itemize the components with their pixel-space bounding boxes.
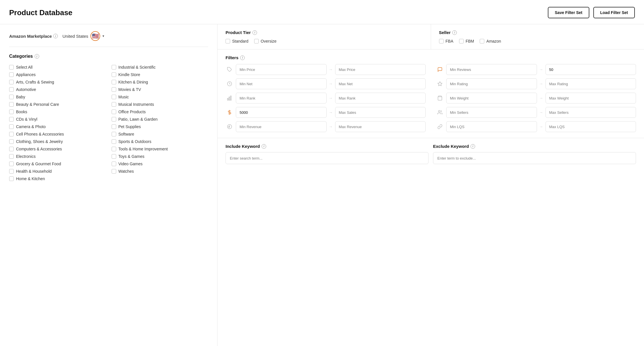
category-checkbox[interactable]: [9, 169, 14, 174]
seller-fba-checkbox[interactable]: [439, 39, 444, 43]
seller-fbm-checkbox[interactable]: [459, 39, 464, 43]
category-checkbox[interactable]: [112, 117, 116, 122]
seller-fbm-label[interactable]: FBM: [459, 39, 474, 43]
filter-reviews-icon-max-input[interactable]: [546, 64, 636, 75]
category-item[interactable]: Music: [112, 93, 208, 101]
filter-revenue-icon-max-input[interactable]: [335, 121, 426, 132]
categories-info-icon[interactable]: i: [35, 54, 39, 59]
category-checkbox[interactable]: [9, 87, 14, 92]
category-checkbox[interactable]: [9, 80, 14, 84]
seller-amazon-checkbox[interactable]: [480, 39, 484, 43]
category-item[interactable]: Baby: [9, 93, 106, 101]
category-item[interactable]: Toys & Games: [112, 153, 208, 160]
filter-rank-icon-min-input[interactable]: [236, 93, 327, 104]
category-checkbox[interactable]: [9, 132, 14, 136]
category-item[interactable]: Health & Household: [9, 168, 106, 175]
category-checkbox[interactable]: [112, 72, 116, 77]
category-checkbox[interactable]: [9, 124, 14, 129]
category-checkbox[interactable]: [112, 80, 116, 84]
category-checkbox[interactable]: [9, 95, 14, 99]
exclude-keyword-info-icon[interactable]: i: [471, 144, 475, 149]
filter-rank-icon-max-input[interactable]: [335, 93, 426, 104]
category-checkbox[interactable]: [112, 65, 116, 69]
category-item[interactable]: Musical Instruments: [112, 101, 208, 108]
category-item[interactable]: Tools & Home Improvement: [112, 145, 208, 153]
category-item[interactable]: Select All: [9, 63, 106, 71]
category-item[interactable]: Home & Kitchen: [9, 175, 106, 182]
seller-amazon-label[interactable]: Amazon: [480, 39, 501, 43]
category-checkbox[interactable]: [112, 95, 116, 99]
category-checkbox[interactable]: [112, 154, 116, 159]
filters-info-icon[interactable]: i: [240, 55, 245, 60]
marketplace-dropdown-icon[interactable]: ▾: [102, 34, 104, 38]
load-filter-set-button[interactable]: Load Filter Set: [593, 7, 635, 18]
tier-standard-checkbox[interactable]: [226, 39, 230, 43]
category-checkbox[interactable]: [9, 176, 14, 181]
filter-reviews-icon-min-input[interactable]: [446, 64, 537, 75]
category-checkbox[interactable]: [112, 162, 116, 166]
category-item[interactable]: Books: [9, 108, 106, 116]
filter-lqs-icon-min-input[interactable]: [446, 121, 537, 132]
seller-fba-label[interactable]: FBA: [439, 39, 453, 43]
category-item[interactable]: Office Products: [112, 108, 208, 116]
marketplace-info-icon[interactable]: i: [53, 34, 58, 38]
category-item[interactable]: Movies & TV: [112, 86, 208, 93]
category-item[interactable]: Watches: [112, 168, 208, 175]
category-item[interactable]: Kitchen & Dining: [112, 78, 208, 86]
category-checkbox[interactable]: [112, 110, 116, 114]
filter-price-icon-min-input[interactable]: [236, 64, 327, 75]
category-checkbox[interactable]: [9, 139, 14, 144]
filter-sellers-icon-max-input[interactable]: [546, 107, 636, 118]
category-checkbox[interactable]: [112, 132, 116, 136]
category-checkbox[interactable]: [9, 102, 14, 107]
category-item[interactable]: Grocery & Gourmet Food: [9, 160, 106, 168]
include-keyword-input[interactable]: [226, 152, 428, 164]
category-item[interactable]: Software: [112, 130, 208, 138]
filter-sales-icon-min-input[interactable]: [236, 107, 327, 118]
category-checkbox[interactable]: [9, 162, 14, 166]
category-item[interactable]: Patio, Lawn & Garden: [112, 116, 208, 123]
save-filter-set-button[interactable]: Save Filter Set: [548, 7, 589, 18]
marketplace-value[interactable]: United States 🇺🇸 ▾: [62, 31, 104, 41]
tier-oversize-checkbox[interactable]: [254, 39, 259, 43]
category-item[interactable]: Cell Phones & Accessories: [9, 130, 106, 138]
filter-net-icon-max-input[interactable]: [335, 78, 426, 89]
category-checkbox[interactable]: [9, 147, 14, 151]
category-checkbox[interactable]: [9, 72, 14, 77]
exclude-keyword-input[interactable]: [433, 152, 636, 164]
category-item[interactable]: Automotive: [9, 86, 106, 93]
filter-weight-icon-min-input[interactable]: [446, 93, 537, 104]
filter-rating-icon-min-input[interactable]: [446, 78, 537, 89]
filter-rating-icon-max-input[interactable]: [546, 78, 636, 89]
filter-net-icon-min-input[interactable]: [236, 78, 327, 89]
category-checkbox[interactable]: [9, 154, 14, 159]
category-item[interactable]: Computers & Accessories: [9, 145, 106, 153]
category-checkbox[interactable]: [112, 124, 116, 129]
category-checkbox[interactable]: [9, 117, 14, 122]
filter-price-icon-max-input[interactable]: [335, 64, 426, 75]
category-checkbox[interactable]: [112, 169, 116, 174]
category-item[interactable]: Camera & Photo: [9, 123, 106, 130]
filter-sellers-icon-min-input[interactable]: [446, 107, 537, 118]
category-item[interactable]: Beauty & Personal Care: [9, 101, 106, 108]
include-keyword-info-icon[interactable]: i: [262, 144, 266, 149]
category-checkbox[interactable]: [112, 139, 116, 144]
category-item[interactable]: Arts, Crafts & Sewing: [9, 78, 106, 86]
category-item[interactable]: Sports & Outdoors: [112, 138, 208, 145]
category-item[interactable]: Industrial & Scientific: [112, 63, 208, 71]
filter-weight-icon-max-input[interactable]: [546, 93, 636, 104]
category-checkbox[interactable]: [112, 102, 116, 107]
category-item[interactable]: Pet Supplies: [112, 123, 208, 130]
category-item[interactable]: Electronics: [9, 153, 106, 160]
category-checkbox[interactable]: [9, 65, 14, 69]
category-item[interactable]: Appliances: [9, 71, 106, 78]
product-tier-info-icon[interactable]: i: [252, 30, 257, 35]
category-checkbox[interactable]: [112, 147, 116, 151]
tier-standard-label[interactable]: Standard: [226, 39, 248, 43]
category-item[interactable]: CDs & Vinyl: [9, 116, 106, 123]
seller-info-icon[interactable]: i: [452, 30, 457, 35]
filter-revenue-icon-min-input[interactable]: [236, 121, 327, 132]
filter-sales-icon-max-input[interactable]: [335, 107, 426, 118]
filter-lqs-icon-max-input[interactable]: [546, 121, 636, 132]
category-item[interactable]: Video Games: [112, 160, 208, 168]
